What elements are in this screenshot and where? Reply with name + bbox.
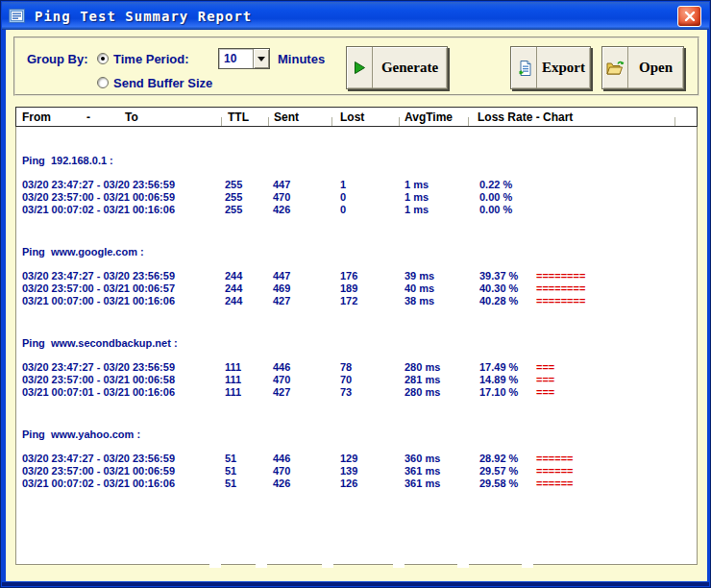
cell-lost: 129 <box>340 453 357 465</box>
report-app-icon <box>9 9 25 23</box>
open-button[interactable]: Open <box>601 46 684 89</box>
send-buffer-radio[interactable] <box>97 77 109 88</box>
cell-avgtime: 40 ms <box>405 282 434 295</box>
time-period-label: Time Period: <box>113 52 189 66</box>
cell-lost: 78 <box>340 361 352 374</box>
cell-chart: ====== <box>536 453 574 465</box>
cell-ttl: 255 <box>225 204 242 216</box>
section-title: Ping 192.168.0.1 : <box>22 155 113 167</box>
cell-lost: 70 <box>340 374 352 386</box>
cell-period: 03/20 23:57:00 - 03/21 00:06:57 <box>22 282 175 295</box>
table-row: 03/21 00:07:02 - 03/21 00:16:0625542601 … <box>16 204 697 216</box>
header-to: To <box>125 110 138 124</box>
cell-lossrate: 17.10 % <box>479 386 518 399</box>
cell-sent: 447 <box>273 179 290 191</box>
cell-chart: === <box>536 361 554 374</box>
header-divider <box>468 117 469 126</box>
interval-select[interactable]: 10 <box>218 48 270 69</box>
cell-chart: ======== <box>536 282 585 295</box>
cell-sent: 426 <box>273 204 290 216</box>
cell-avgtime: 360 ms <box>405 453 440 465</box>
cell-period: 03/20 23:57:00 - 03/21 00:06:59 <box>22 465 175 478</box>
client-area: Group By: Time Period: 10 Minutes Send B… <box>6 30 707 581</box>
cell-period: 03/21 00:07:02 - 03/21 00:16:06 <box>22 204 175 216</box>
cell-avgtime: 1 ms <box>405 191 429 204</box>
cell-lost: 172 <box>340 295 357 307</box>
open-folder-icon <box>606 60 625 76</box>
header-from: From <box>22 110 51 124</box>
cell-lost: 176 <box>340 270 357 282</box>
cell-ttl: 51 <box>225 478 236 490</box>
cell-period: 03/20 23:47:27 - 03/20 23:56:59 <box>22 361 175 374</box>
dropdown-button[interactable] <box>253 49 269 68</box>
cell-lossrate: 40.30 % <box>479 282 518 295</box>
cell-lossrate: 0.00 % <box>479 204 512 216</box>
table-row: 03/20 23:47:27 - 03/20 23:56:59111446782… <box>16 361 697 374</box>
cell-sent: 446 <box>273 453 290 465</box>
report-body: Ping 192.168.0.1 :03/20 23:47:27 - 03/20… <box>15 127 698 565</box>
cell-lost: 189 <box>340 282 357 295</box>
header-lost: Lost <box>340 110 364 124</box>
cell-chart: ======== <box>536 295 585 307</box>
cell-lossrate: 28.92 % <box>479 453 518 465</box>
time-period-radio[interactable] <box>97 53 109 64</box>
export-label: Export <box>537 47 590 88</box>
generate-label: Generate <box>373 47 447 88</box>
minutes-label: Minutes <box>278 52 325 66</box>
cell-sent: 470 <box>273 465 290 478</box>
header-ttl: TTL <box>228 110 249 124</box>
cell-period: 03/20 23:47:27 - 03/20 23:56:59 <box>22 270 175 282</box>
header-divider <box>268 117 269 126</box>
cell-sent: 469 <box>273 282 290 295</box>
section-title: Ping www.secondbackup.net : <box>22 337 178 350</box>
cell-period: 03/20 23:47:27 - 03/20 23:56:59 <box>22 179 175 191</box>
titlebar: Ping Test Summary Report <box>2 2 709 30</box>
header-divider <box>399 117 400 126</box>
cell-chart: ====== <box>536 478 574 490</box>
cell-period: 03/20 23:57:00 - 03/21 00:06:58 <box>22 374 175 386</box>
cell-sent: 446 <box>273 361 290 374</box>
cell-avgtime: 38 ms <box>405 295 434 307</box>
column-notch <box>522 561 533 568</box>
cell-lossrate: 29.57 % <box>479 465 518 478</box>
report-section: Ping www.google.com :03/20 23:47:27 - 03… <box>16 246 697 337</box>
table-row: 03/20 23:47:27 - 03/20 23:56:5925544711 … <box>16 179 697 191</box>
cell-chart: === <box>536 374 554 386</box>
cell-ttl: 111 <box>225 386 241 399</box>
table-row: 03/20 23:47:27 - 03/20 23:56:59244447176… <box>16 270 697 282</box>
report-section: Ping www.yahoo.com :03/20 23:47:27 - 03/… <box>16 429 697 520</box>
cell-avgtime: 280 ms <box>405 386 440 399</box>
cell-period: 03/20 23:57:00 - 03/21 00:06:59 <box>22 191 175 204</box>
table-row: 03/21 00:07:00 - 03/21 00:16:06244427172… <box>16 295 697 307</box>
cell-lost: 73 <box>340 386 352 399</box>
header-divider <box>674 117 675 126</box>
generate-button[interactable]: Generate <box>346 46 448 89</box>
table-row: 03/20 23:57:00 - 03/21 00:06:5925547001 … <box>16 191 697 204</box>
cell-chart: === <box>536 386 554 399</box>
cell-period: 03/21 00:07:00 - 03/21 00:16:06 <box>22 295 175 307</box>
cell-chart: ====== <box>536 465 574 478</box>
cell-lost: 0 <box>340 204 346 216</box>
group-by-label: Group By: <box>27 52 88 66</box>
table-row: 03/21 00:07:02 - 03/21 00:16:06514261263… <box>16 478 697 490</box>
cell-avgtime: 1 ms <box>405 179 429 191</box>
header-sent: Sent <box>274 110 299 124</box>
cell-ttl: 51 <box>225 453 236 465</box>
cell-lost: 0 <box>340 191 346 204</box>
report-section: Ping www.secondbackup.net :03/20 23:47:2… <box>16 337 697 429</box>
table-row: 03/20 23:57:00 - 03/21 00:06:59514701393… <box>16 465 697 478</box>
close-button[interactable] <box>677 6 701 27</box>
cell-avgtime: 361 ms <box>405 478 440 490</box>
table-row: 03/20 23:57:00 - 03/21 00:06:57244469189… <box>16 282 697 295</box>
cell-sent: 426 <box>273 478 290 490</box>
cell-avgtime: 280 ms <box>405 361 440 374</box>
cell-ttl: 111 <box>225 361 241 374</box>
section-title: Ping www.yahoo.com : <box>22 429 140 441</box>
cell-sent: 470 <box>273 374 290 386</box>
cell-avgtime: 281 ms <box>405 374 440 386</box>
cell-sent: 427 <box>273 295 290 307</box>
header-avgtime: AvgTime <box>405 110 453 124</box>
export-button[interactable]: Export <box>510 46 591 89</box>
column-notch <box>393 561 405 568</box>
report-section: Ping 192.168.0.1 :03/20 23:47:27 - 03/20… <box>16 155 697 246</box>
